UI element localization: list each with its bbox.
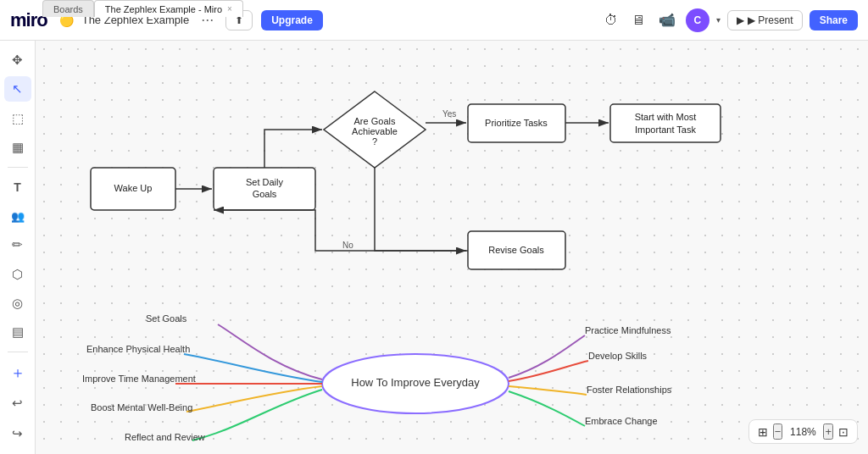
- label-mindfulness: Practice Mindfulness: [585, 325, 671, 335]
- tool-add[interactable]: ＋: [4, 359, 31, 386]
- branch-skills: [509, 361, 588, 381]
- present-button[interactable]: ▶ ▶ Present: [727, 10, 803, 30]
- branch-relationships: [509, 386, 587, 395]
- branch-set-goals: [218, 324, 322, 379]
- label-goals2: Goals: [253, 189, 277, 199]
- node-important[interactable]: [610, 104, 721, 142]
- arrow-diamond-revise: [375, 168, 466, 251]
- upgrade-button[interactable]: Upgrade: [261, 10, 323, 30]
- label-prioritize: Prioritize Tasks: [485, 118, 548, 128]
- mindmap-center-text: How To Improve Everyday: [351, 376, 480, 389]
- tool-move[interactable]: ✥: [4, 47, 31, 73]
- zoombar: ⊞ − 118% + ⊡: [748, 419, 858, 444]
- tool-redo[interactable]: ↪: [4, 420, 31, 447]
- tool-people[interactable]: 👥: [4, 203, 31, 229]
- label-time: Improve Time Management: [82, 374, 196, 384]
- branch-mindfulness: [509, 335, 585, 378]
- label-relationships: Foster Relationships: [587, 385, 672, 395]
- tool-undo[interactable]: ↩: [4, 390, 31, 417]
- tool-pen[interactable]: ✏: [4, 232, 31, 257]
- label-wake: Wake Up: [114, 183, 153, 193]
- label-skills: Develop Skills: [588, 351, 648, 361]
- tool-select[interactable]: ↖: [4, 76, 31, 102]
- label-reflect: Reflect and Review: [125, 432, 205, 442]
- branch-mental: [186, 386, 322, 412]
- label-important2: Important Task: [635, 125, 696, 135]
- branch-physical: [184, 354, 322, 382]
- label-diamond1: Are Goals: [354, 116, 396, 126]
- zoom-plus-button[interactable]: +: [823, 424, 833, 440]
- tab-zephlex[interactable]: The Zephlex Example - Miro ×: [94, 0, 243, 17]
- share-button[interactable]: Share: [810, 10, 858, 30]
- branch-change: [509, 391, 585, 426]
- arrow-goals-diamond: [264, 130, 322, 168]
- arrow-revise-goals: [214, 210, 468, 251]
- label-physical: Enhance Physical Health: [86, 344, 190, 354]
- play-icon: ▶: [737, 14, 744, 26]
- label-diamond2: Achievable: [352, 126, 398, 136]
- zoom-fit-icon[interactable]: ⊡: [838, 425, 849, 439]
- main-svg: Wake Up Set Daily Goals Are Goals Achiev…: [36, 41, 868, 454]
- tool-shapes[interactable]: ⬡: [4, 261, 31, 286]
- tool-table[interactable]: ▤: [4, 319, 31, 345]
- tab-zephlex-label: The Zephlex Example - Miro: [105, 4, 222, 14]
- timer-icon[interactable]: ⏱: [601, 9, 621, 31]
- canvas[interactable]: Wake Up Set Daily Goals Are Goals Achiev…: [36, 41, 868, 454]
- tab-boards-label: Boards: [53, 4, 83, 14]
- avatar[interactable]: C: [686, 8, 709, 32]
- label-change: Embrace Change: [585, 416, 658, 426]
- divider-1: [8, 167, 28, 168]
- label-set-goals: Set Goals: [146, 313, 187, 324]
- tool-text[interactable]: T: [4, 174, 31, 200]
- tool-frames[interactable]: ⬚: [4, 105, 31, 130]
- tool-sticky[interactable]: ▦: [4, 135, 31, 160]
- label-diamond3: ?: [372, 136, 377, 147]
- sidebar-bottom: ＋ ↩ ↪: [4, 359, 31, 447]
- label-revise: Revise Goals: [488, 245, 544, 255]
- tab-close-icon[interactable]: ×: [227, 4, 232, 14]
- zoom-level: 118%: [787, 426, 818, 438]
- zoom-minus-button[interactable]: −: [773, 424, 783, 440]
- label-mental: Boost Mental Well-Being: [91, 402, 192, 412]
- chevron-down-icon[interactable]: ▾: [716, 15, 721, 25]
- divider-2: [8, 352, 28, 352]
- video-icon[interactable]: 📹: [655, 8, 679, 31]
- right-tools: ⏱ 🖥 📹 C ▾ ▶ ▶ Present Share: [601, 8, 858, 32]
- tab-boards[interactable]: Boards: [42, 0, 94, 17]
- label-no: No: [342, 241, 353, 250]
- tool-compass[interactable]: ◎: [4, 291, 31, 316]
- monitor-icon[interactable]: 🖥: [628, 9, 648, 31]
- sidebar: ✥ ↖ ⬚ ▦ T 👥 ✏ ⬡ ◎ ▤ ＋ ↩ ↪: [0, 41, 36, 454]
- label-goals: Set Daily: [246, 177, 284, 187]
- label-important1: Start with Most: [635, 112, 697, 122]
- present-label: ▶ Present: [748, 14, 793, 26]
- label-yes: Yes: [442, 109, 456, 119]
- grid-icon: ⊞: [758, 425, 768, 439]
